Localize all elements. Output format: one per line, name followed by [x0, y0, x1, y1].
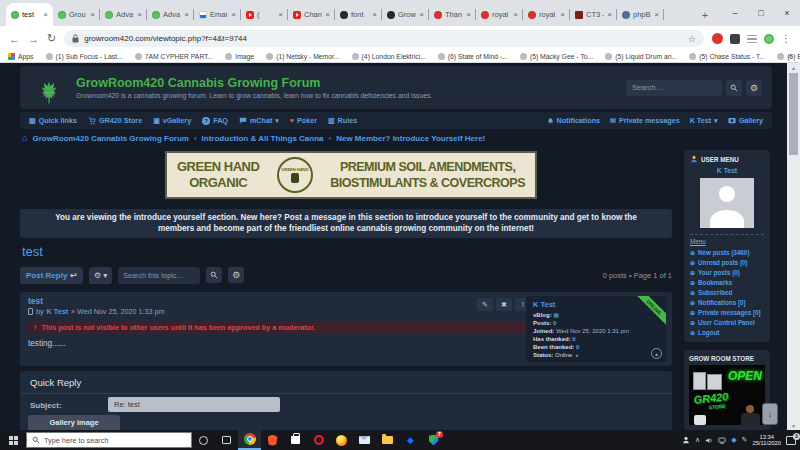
topic-search-input[interactable] — [118, 267, 200, 284]
topic-search-settings-button[interactable]: ⚙ — [228, 267, 244, 283]
tab-close-icon[interactable]: × — [90, 10, 95, 19]
nav-private-messages[interactable]: ✉Private messages — [610, 116, 680, 125]
topic-search-button[interactable] — [206, 267, 222, 283]
taskbar-mail[interactable] — [353, 430, 376, 450]
tab-close-icon[interactable]: × — [607, 10, 612, 19]
scrollbar-thumb[interactable] — [789, 73, 798, 155]
user-menu-item[interactable]: ⊕ Logout — [690, 328, 764, 338]
edit-post-button[interactable]: ✎ — [477, 298, 493, 311]
user-menu-item[interactable]: ⊕ Unread posts (0) — [690, 258, 764, 268]
nav-mchat[interactable]: mChat▾ — [239, 116, 279, 125]
adblock-icon[interactable] — [712, 33, 723, 44]
tray-expand-icon[interactable]: ∧ — [695, 436, 700, 444]
sidebar-username-link[interactable]: K Test — [690, 167, 764, 174]
browser-menu-icon[interactable]: ⋮ — [781, 33, 791, 44]
taskbar-store[interactable] — [284, 430, 307, 450]
bookmarks-overflow-icon[interactable]: » — [788, 52, 792, 61]
home-icon[interactable]: ⌂ — [22, 133, 27, 143]
new-tab-button[interactable]: + — [696, 6, 714, 24]
tab-close-icon[interactable]: × — [372, 10, 377, 19]
taskbar-firefox[interactable] — [330, 430, 353, 450]
cannabis-extension-icon[interactable] — [764, 34, 774, 44]
nav-store[interactable]: GR420 Store — [88, 116, 142, 125]
breadcrumb-section[interactable]: Introduction & All Things Canna — [202, 134, 324, 143]
post-author-link[interactable]: K Test — [47, 307, 68, 316]
cortana-button[interactable] — [192, 430, 215, 450]
taskbar-chrome[interactable] — [238, 430, 261, 450]
bookmark-apps[interactable]: Apps — [8, 53, 34, 60]
search-button[interactable] — [726, 80, 742, 96]
browser-tab[interactable]: Adva × — [147, 3, 194, 26]
browser-tab[interactable]: phpB × — [617, 3, 664, 26]
topic-title[interactable]: test — [22, 244, 43, 259]
browser-tab[interactable]: Emai × — [194, 3, 241, 26]
user-menu-item[interactable]: ⊕ Bookmarks — [690, 278, 764, 288]
dropbox-tray-icon[interactable]: ◆ — [731, 436, 736, 444]
browser-tab[interactable]: Chan × — [288, 3, 335, 26]
start-button[interactable] — [0, 430, 26, 450]
tab-close-icon[interactable]: × — [419, 10, 424, 19]
pen-icon[interactable]: ✎ — [742, 436, 748, 444]
browser-tab[interactable]: Grou × — [53, 3, 100, 26]
user-menu-item[interactable]: ⊕ Notifications [0] — [690, 298, 764, 308]
forward-icon[interactable]: → — [28, 33, 39, 45]
poster-name-link[interactable]: K Test — [533, 300, 555, 309]
gallery-image-button[interactable]: Gallery image — [28, 415, 120, 430]
bookmark-item[interactable]: (6) State of Mind -... — [438, 53, 508, 60]
post-title-link[interactable]: test — [28, 296, 43, 306]
bookmark-item[interactable]: (1) Netsky - Memor... — [266, 53, 339, 60]
back-icon[interactable]: ← — [9, 33, 20, 45]
topic-tools-button[interactable]: ⚙ ▾ — [89, 267, 112, 284]
browser-tab[interactable]: CT3 - × — [570, 3, 617, 26]
bookmark-item[interactable]: (5) Liquid Drum an... — [605, 53, 677, 60]
taskbar-explorer[interactable] — [376, 430, 399, 450]
delete-post-button[interactable]: ✖ — [496, 298, 512, 311]
page-scrollbar[interactable]: ▲ ▼ — [787, 63, 800, 430]
nav-user-dropdown[interactable]: K Test▾ — [690, 116, 718, 125]
browser-tab[interactable]: royal × — [476, 3, 523, 26]
scroll-down-button[interactable]: ↓ — [762, 403, 778, 425]
browser-tab[interactable]: test × — [6, 3, 53, 26]
tab-close-icon[interactable]: × — [560, 10, 565, 19]
ad-banner[interactable]: GREEN HAND ORGANIC GREEN HAND PREMIUM SO… — [165, 151, 537, 199]
tab-close-icon[interactable]: × — [184, 10, 189, 19]
browser-tab[interactable]: royal × — [523, 3, 570, 26]
post-reply-button[interactable]: Post Reply ↩ — [20, 267, 83, 284]
subject-input[interactable] — [108, 397, 280, 412]
forum-title[interactable]: GrowRoom420 Cannabis Growing Forum — [76, 76, 432, 90]
bookmark-item[interactable]: (4) London Elektrici... — [352, 53, 426, 60]
nav-rules[interactable]: ▥Rules — [328, 116, 357, 125]
reload-icon[interactable]: ↻ — [47, 32, 56, 45]
taskbar-clock[interactable]: 13:34 25/11/2020 — [752, 434, 781, 447]
bookmark-item[interactable]: (5) Macky Gee - To... — [520, 53, 593, 60]
speaker-icon[interactable] — [705, 437, 713, 444]
tab-close-icon[interactable]: × — [325, 10, 330, 19]
nav-gallery[interactable]: Gallery — [728, 116, 763, 125]
people-icon[interactable] — [682, 436, 690, 444]
breadcrumb-topic[interactable]: New Member? Introduce Yourself Here! — [336, 134, 485, 143]
bookmark-item[interactable]: (1) Sub Focus - Last... — [46, 53, 123, 60]
store-ad-image[interactable]: OPEN GR420STORE — [689, 365, 765, 425]
forum-search-input[interactable] — [626, 80, 722, 96]
search-settings-button[interactable]: ⚙ — [746, 80, 762, 96]
window-minimize-button[interactable]: – — [722, 0, 748, 26]
user-menu-item[interactable]: ⊕ User Control Panel — [690, 318, 764, 328]
bookmark-item[interactable]: 7AM CYPHER PART... — [135, 53, 214, 60]
taskbar-security[interactable]: 7 — [422, 430, 445, 450]
tab-close-icon[interactable]: × — [43, 10, 48, 19]
nav-faq[interactable]: ?FAQ — [202, 116, 228, 125]
user-menu-item[interactable]: ⊕ Your posts (0) — [690, 268, 764, 278]
extensions-puzzle-icon[interactable] — [730, 34, 740, 44]
scrollbar-up-arrow[interactable]: ▲ — [787, 63, 800, 72]
taskbar-search[interactable]: Type here to search — [26, 432, 192, 448]
bookmark-item[interactable]: (5) Chase Status - T... — [689, 53, 765, 60]
tab-close-icon[interactable]: × — [654, 10, 659, 19]
nav-notifications[interactable]: Notifications — [547, 116, 601, 125]
user-menu-item[interactable]: ⊕ Private messages [0] — [690, 308, 764, 318]
nav-quick-links[interactable]: ▤Quick links — [29, 116, 77, 125]
scrollbar-down-arrow[interactable]: ▼ — [787, 421, 800, 430]
tab-close-icon[interactable]: × — [231, 10, 236, 19]
tab-close-icon[interactable]: × — [466, 10, 471, 19]
browser-tab[interactable]: font × — [335, 3, 382, 26]
network-icon[interactable] — [718, 437, 726, 444]
